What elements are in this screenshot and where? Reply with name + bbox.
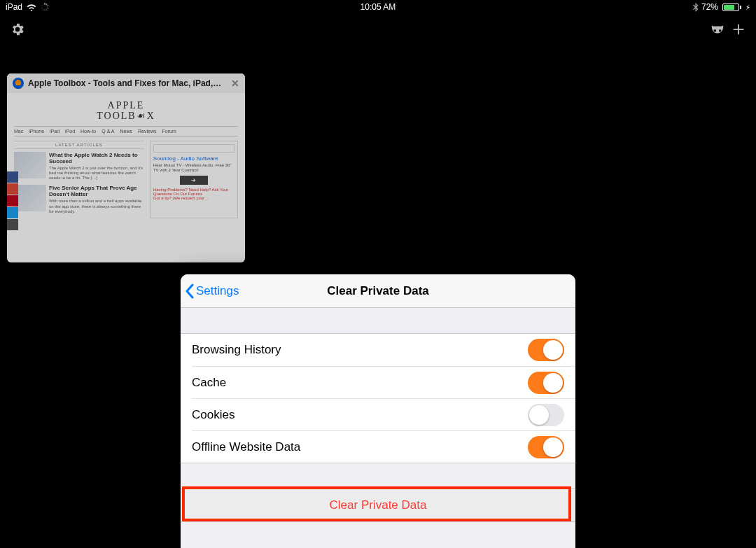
- site-logo-line1: APPLE: [14, 100, 238, 111]
- svg-line-9: [43, 4, 43, 6]
- latest-heading: LATEST ARTICLES: [14, 141, 144, 149]
- svg-line-8: [41, 6, 43, 6]
- action-group: Clear Private Data: [181, 489, 575, 522]
- row-label: Cookies: [192, 408, 528, 422]
- battery-percent: 72%: [701, 2, 718, 12]
- loading-spinner-icon: [41, 3, 49, 11]
- row-browsing-history: Browsing History: [181, 334, 575, 366]
- row-label: Offline Website Data: [192, 440, 528, 454]
- sidebar-ad: Soundog - Audio Software Hear Mutoo TV -…: [150, 141, 238, 218]
- svg-line-2: [47, 6, 48, 6]
- toggle-offline-data[interactable]: [528, 436, 564, 458]
- wifi-icon: [27, 3, 36, 11]
- new-tab-button[interactable]: [728, 19, 749, 40]
- row-cache: Cache: [192, 366, 575, 398]
- row-offline-data: Offline Website Data: [192, 430, 575, 463]
- settings-gear-button[interactable]: [7, 19, 28, 40]
- row-label: Browsing History: [192, 343, 528, 357]
- article-item: What the Apple Watch 2 Needs to SucceedT…: [14, 152, 144, 181]
- tab-preview: APPLE TOOLB☙X MaciPhoneiPadiPodHow-toQ &…: [7, 93, 245, 223]
- battery-icon: [721, 3, 741, 11]
- toggle-browsing-history[interactable]: [528, 339, 564, 361]
- tab-title: Apple Toolbox - Tools and Fixes for Mac,…: [28, 78, 227, 88]
- modal-title: Clear Private Data: [327, 284, 429, 298]
- social-share-strip: [7, 171, 18, 231]
- toggle-cookies[interactable]: [528, 404, 564, 426]
- site-nav: MaciPhoneiPadiPodHow-toQ & ANewsReviewsF…: [14, 126, 238, 136]
- clock: 10:05 AM: [360, 2, 396, 12]
- private-mask-button[interactable]: [707, 19, 728, 40]
- toggle-cache[interactable]: [528, 372, 564, 394]
- svg-line-3: [47, 8, 48, 8]
- article-item: Five Senior Apps That Prove Age Doesn't …: [14, 185, 144, 214]
- svg-line-1: [46, 4, 47, 6]
- modal-nav-bar: Settings Clear Private Data: [181, 274, 575, 308]
- browser-toolbar: [0, 17, 756, 42]
- tab-thumbnail[interactable]: Apple Toolbox - Tools and Fixes for Mac,…: [7, 73, 245, 262]
- svg-line-4: [46, 9, 47, 10]
- row-label: Cache: [192, 376, 528, 390]
- close-tab-button[interactable]: ✕: [231, 78, 239, 89]
- tab-header: Apple Toolbox - Tools and Fixes for Mac,…: [7, 73, 245, 93]
- site-logo-line2: TOOLB☙X: [14, 111, 238, 121]
- device-label: iPad: [6, 2, 22, 12]
- svg-line-7: [41, 8, 43, 8]
- back-label: Settings: [196, 284, 239, 298]
- row-cookies: Cookies: [192, 398, 575, 430]
- bluetooth-icon: [693, 3, 699, 12]
- svg-line-6: [43, 9, 43, 10]
- back-button[interactable]: Settings: [181, 283, 239, 299]
- clear-private-data-modal: Settings Clear Private Data Browsing His…: [181, 274, 575, 548]
- clear-private-data-button[interactable]: Clear Private Data: [181, 489, 575, 521]
- toggle-group: Browsing History Cache Cookies Offline W…: [181, 333, 575, 463]
- favicon-icon: [13, 78, 24, 89]
- status-bar: iPad 10:05 AM 72% ⚡︎: [0, 0, 756, 14]
- charging-icon: ⚡︎: [746, 3, 750, 11]
